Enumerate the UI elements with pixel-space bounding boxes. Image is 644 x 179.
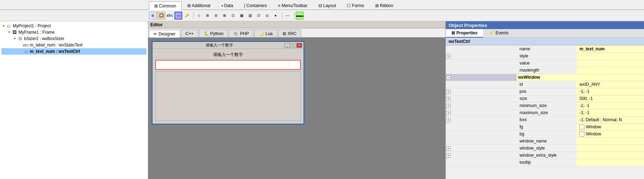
toolbar-btn-11[interactable]: ▦ [238,12,245,19]
form-title-buttons: _ □ ✕ [284,43,302,48]
collapse-wxwindow-btn[interactable]: − [446,75,451,80]
tree-item-frame[interactable]: ▼ 🖼 MyFrame1 : Frame [1,29,146,35]
prop-value-maxlength[interactable] [577,67,644,74]
tree-item-sizer[interactable]: ▼ ⊟ bSizer2 : wxBoxSizer [1,35,146,42]
editor-title: Editor [150,22,163,27]
expand-font-btn[interactable]: + [446,118,451,122]
project-tree-panel: ▼ 🗂 MyProject1 : Project ▼ 🖼 MyFrame1 : … [0,21,148,179]
expand-window-style-btn[interactable]: + [446,146,451,151]
designer-canvas[interactable]: 请输入一个数字 _ □ ✕ 请输入 [148,38,445,179]
props-tab-label: Properties [456,30,477,35]
php-tab-label: PHP [240,31,249,36]
tab-additional[interactable]: ⊞ Additional [182,1,216,10]
tab-xrc[interactable]: ⊞ XRC [278,29,301,37]
toolbar-btn-12[interactable]: ▧ [246,12,254,19]
common-tab-label: ⊞ Common [154,4,176,9]
expand-cell-bg [446,130,517,138]
toolbar-btn-17[interactable]: ▬▬ [296,12,304,19]
toolbar-btn-15[interactable]: ● [272,12,279,19]
tab-ribbon[interactable]: ⊞ Ribbon [370,1,399,10]
toolbar-btn-6[interactable]: ☺ [195,12,203,19]
form-close-btn[interactable]: ✕ [296,43,302,48]
prop-label-window-style: window_style [517,145,577,152]
prop-value-max-size[interactable]: -1; -1 [577,109,644,116]
tab-forms[interactable]: ☐ Forms [342,1,369,10]
tab-cpp[interactable]: C++ [181,29,198,37]
expand-cell-size: + [446,95,517,102]
expand-window-extra-style-btn[interactable]: + [446,153,451,158]
toolbar-btn-5[interactable]: 🔑 [183,12,191,19]
prop-row-window-name: window_name [446,138,644,145]
props-tab-properties[interactable]: ⊞ Properties [446,29,483,38]
prop-value-window-name[interactable] [577,138,644,145]
tree-item-textctrl[interactable]: ▶ ▭ m_text_num : wxTextCtrl [1,48,146,55]
prop-value-size[interactable]: 500; -1 [577,95,644,102]
prop-value-style[interactable] [577,52,644,60]
prop-value-pos[interactable]: -1; -1 [577,88,644,95]
prop-value-font[interactable]: -1; Default ; Normal; N [577,116,644,123]
toolbar-btn-16[interactable]: — [284,12,292,19]
toolbar-btn-3[interactable]: abc [166,12,174,19]
tab-data[interactable]: ▪ Data [216,1,238,10]
props-tab-events[interactable]: ⚡ Events [483,29,514,38]
toolbar-btn-4[interactable]: ▭ [174,12,182,19]
bg-color-swatch [579,132,584,136]
toolbar-btn-14[interactable]: ◎ [263,12,271,19]
prop-label-max-size: maximum_size [517,109,577,116]
form-textctrl-selected[interactable] [155,60,301,70]
prop-row-style: + style [446,52,644,60]
expand-min-size-btn[interactable]: + [446,104,451,108]
form-maximize-btn[interactable]: □ [290,43,296,48]
expand-project[interactable]: ▼ [1,24,6,28]
toolbar-btn-9[interactable]: ⊠ [221,12,228,19]
text-input[interactable] [157,62,299,67]
prop-value-value[interactable] [577,60,644,67]
expand-size-btn[interactable]: + [446,97,451,101]
form-minimize-btn[interactable]: _ [284,43,290,48]
expand-cell-name [446,45,517,52]
toolbar-btn-10[interactable]: ⊡ [229,12,237,19]
tab-python[interactable]: 🐍 Python [199,29,228,37]
project-icon: 🗂 [6,23,12,29]
tab-common[interactable]: ⊞ Common [149,1,182,10]
prop-value-fg[interactable]: Window [577,123,644,130]
tab-layout[interactable]: ⊟ Layout [313,1,341,10]
toolbar-btn-7[interactable]: ⊞ [204,12,211,19]
containers-tab-label: | Containers [244,3,267,8]
tab-lua[interactable]: 🌙 Lua [254,29,277,37]
tree-item-project[interactable]: ▼ 🗂 MyProject1 : Project [1,23,146,29]
expand-style-btn[interactable]: + [446,54,451,58]
project-tree: ▼ 🗂 MyProject1 : Project ▼ 🖼 MyFrame1 : … [0,21,148,179]
statictext-icon: abc [23,42,29,48]
additional-tab-label: ⊞ Additional [187,3,210,8]
prop-value-min-size[interactable]: -1; -1 [577,102,644,109]
form-window: 请输入一个数字 _ □ ✕ 请输入 [152,41,304,124]
python-tab-icon: 🐍 [204,31,209,36]
prop-value-name[interactable]: m_text_num [577,45,644,52]
toolbar-btn-13[interactable]: ☑ [255,12,262,19]
tree-label-statictext: m_label_num : wxStaticText [30,43,83,47]
toolbar-btn-1[interactable]: ⊞ [149,12,157,19]
tab-designer[interactable]: ✏ Designer [149,30,180,38]
prop-value-id[interactable]: wxID_ANY [577,81,644,88]
tree-item-statictext[interactable]: ▶ abc m_label_num : wxStaticText [1,42,146,48]
expand-frame[interactable]: ▼ [7,30,11,34]
tab-containers[interactable]: | Containers [239,1,272,10]
toolbar-separator-3 [293,12,294,19]
prop-value-bg[interactable]: Window [577,130,644,138]
expand-sizer[interactable]: ▼ [13,37,17,41]
prop-value-tooltip[interactable] [577,159,644,166]
expand-max-size-btn[interactable]: + [446,111,451,115]
toolbar-btn-2[interactable]: 🔲 [157,12,165,19]
python-tab-label: Python [210,31,223,36]
expand-pos-btn[interactable]: + [446,90,451,94]
prop-label-id: id [517,81,577,88]
tab-menu-toolbar[interactable]: ≡ Menu/Toolbar [273,1,313,10]
prop-row-font: + font -1; Default ; Normal; N [446,116,644,123]
prop-value-window-style[interactable] [577,145,644,152]
tab-php[interactable]: 🐘 PHP [229,29,254,37]
expand-cell-value [446,60,517,67]
prop-value-window-extra-style[interactable] [577,152,644,159]
toolbar-btn-8[interactable]: ⊟ [212,12,220,19]
layout-tab-label: ⊟ Layout [318,3,336,8]
